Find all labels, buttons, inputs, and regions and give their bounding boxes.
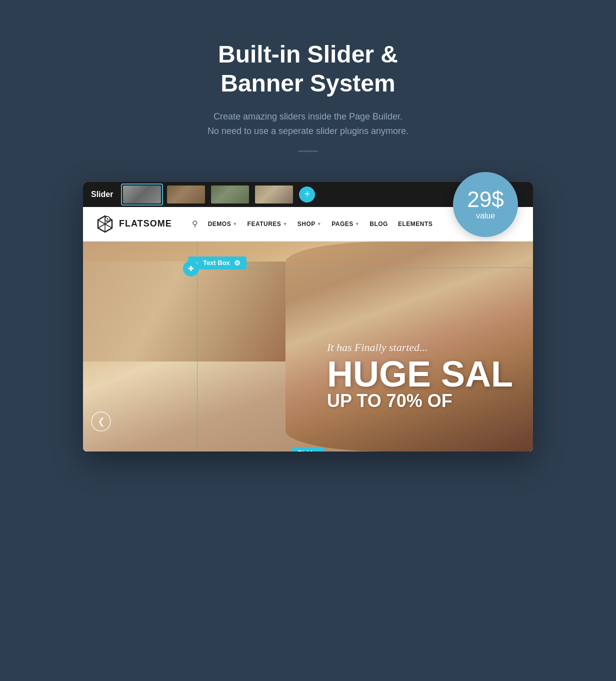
page-wrapper: Built-in Slider &Banner System Create am… bbox=[43, 10, 573, 681]
nav-shop[interactable]: SHOP ▼ bbox=[298, 220, 322, 228]
section-divider bbox=[298, 150, 318, 152]
move-handle[interactable]: ✚ bbox=[183, 260, 199, 276]
site-logo: 3 FLATSOME bbox=[95, 214, 172, 234]
tab-thumbnail-1 bbox=[123, 186, 161, 204]
hero-arm bbox=[83, 262, 286, 362]
search-icon[interactable]: ⚲ bbox=[192, 219, 198, 228]
main-title: Built-in Slider &Banner System bbox=[208, 40, 408, 98]
selection-line-horizontal bbox=[197, 268, 533, 268]
svg-text:3: 3 bbox=[106, 218, 108, 221]
chevron-left-icon: ❮ bbox=[98, 416, 105, 427]
banner-tab-1[interactable]: Banner bbox=[121, 184, 163, 206]
hero-tagline: It has Finally started... bbox=[327, 341, 513, 354]
hero-image: ▲ Text Box ⚙ ✚ It has Finally sta bbox=[83, 242, 533, 452]
subtitle: Create amazing sliders inside the Page B… bbox=[208, 110, 408, 138]
value-label: value bbox=[476, 212, 495, 220]
logo-text: FLATSOME bbox=[119, 218, 172, 229]
banner-tab-3[interactable] bbox=[209, 184, 251, 206]
tab-thumbnail-3 bbox=[211, 186, 249, 204]
banner-tabs: Banner + bbox=[121, 184, 315, 206]
nav-demos[interactable]: DEMOS ▼ bbox=[208, 220, 238, 228]
nav-elements[interactable]: ELEMENTS bbox=[398, 220, 432, 228]
tab-thumbnail-2 bbox=[167, 186, 205, 204]
nav-features[interactable]: FEATURES ▼ bbox=[248, 220, 288, 228]
banner-tab-2[interactable] bbox=[165, 184, 207, 206]
prev-slide-button[interactable]: ❮ bbox=[91, 412, 111, 432]
value-badge: 29$ value bbox=[453, 172, 518, 237]
banner-tab-4[interactable] bbox=[253, 184, 295, 206]
divider-widget-tag[interactable]: Divider bbox=[292, 448, 324, 452]
nav-blog[interactable]: BLOG bbox=[370, 220, 388, 228]
nav-pages[interactable]: PAGES ▼ bbox=[332, 220, 360, 228]
hero-text-overlay: It has Finally started... HUGE SAL UP TO… bbox=[327, 341, 513, 412]
preview-container: 29$ value Slider Banner bbox=[83, 182, 533, 452]
value-price: 29$ bbox=[467, 188, 504, 210]
hero-sale-text: HUGE SAL bbox=[327, 358, 513, 390]
heading-section: Built-in Slider &Banner System Create am… bbox=[208, 40, 408, 170]
logo-icon: 3 bbox=[95, 214, 115, 234]
tab-thumbnail-4 bbox=[255, 186, 293, 204]
gear-icon[interactable]: ⚙ bbox=[234, 259, 240, 267]
hero-area: ▲ Text Box ⚙ ✚ It has Finally sta bbox=[83, 242, 533, 452]
site-nav: ⚲ DEMOS ▼ FEATURES ▼ SHOP ▼ PAGES ▼ BLOG… bbox=[192, 219, 433, 228]
move-icon: ✚ bbox=[188, 264, 194, 272]
slider-label: Slider bbox=[91, 190, 113, 199]
add-tab-button[interactable]: + bbox=[299, 186, 315, 202]
